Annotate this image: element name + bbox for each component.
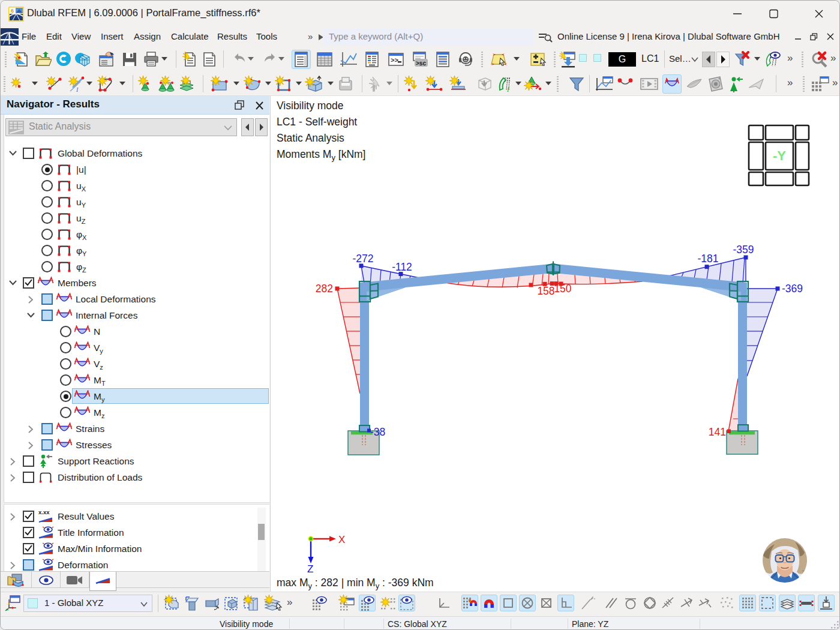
svg-text:-Y: -Y xyxy=(773,148,786,163)
svg-text:max My : 282 | min My : -369 k: max My : 282 | min My : -369 kNm xyxy=(277,577,434,590)
svg-text:Visibility mode: Visibility mode xyxy=(277,100,344,112)
svg-text:-359: -359 xyxy=(733,244,754,256)
svg-text:141: 141 xyxy=(709,426,726,438)
svg-text:-369: -369 xyxy=(782,283,803,295)
svg-text:Static Analysis: Static Analysis xyxy=(277,132,344,144)
svg-text:Z: Z xyxy=(307,563,313,575)
svg-text:6: 6 xyxy=(11,8,14,14)
svg-text:-38: -38 xyxy=(370,426,385,438)
svg-text:x.xx: x.xx xyxy=(38,509,50,515)
svg-text:-272: -272 xyxy=(352,253,373,265)
svg-text:>sc: >sc xyxy=(416,60,426,67)
svg-text:158: 158 xyxy=(537,285,554,297)
svg-text:-112: -112 xyxy=(392,261,412,273)
svg-text:282: 282 xyxy=(316,283,333,295)
svg-text:>>: >> xyxy=(391,57,399,64)
svg-text:150: 150 xyxy=(554,283,571,295)
svg-text:-181: -181 xyxy=(697,253,718,265)
svg-text:Moments My [kNm]: Moments My [kNm] xyxy=(277,148,365,162)
svg-text:I: I xyxy=(76,86,79,92)
svg-text:LC1 - Self-weight: LC1 - Self-weight xyxy=(277,116,357,128)
svg-text:I: I xyxy=(506,86,509,92)
svg-text:X: X xyxy=(338,534,345,545)
